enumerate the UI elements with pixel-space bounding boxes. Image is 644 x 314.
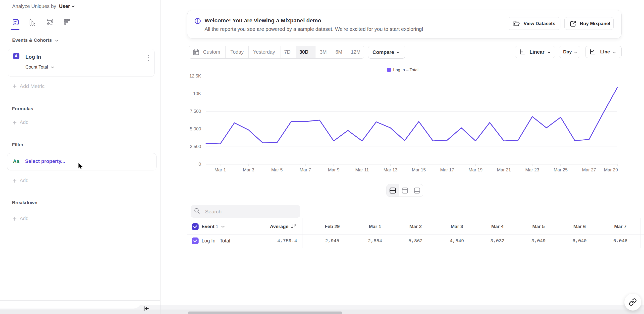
svg-text:10K: 10K [193, 91, 201, 96]
svg-text:Mar 13: Mar 13 [384, 167, 398, 172]
svg-text:12.5K: 12.5K [189, 74, 201, 78]
svg-text:Mar 5: Mar 5 [271, 167, 283, 172]
svg-text:Mar 1: Mar 1 [214, 167, 226, 172]
svg-text:Mar 7: Mar 7 [300, 167, 311, 172]
svg-text:5,000: 5,000 [190, 127, 201, 131]
svg-text:Mar 17: Mar 17 [440, 167, 454, 172]
svg-text:Mar 29: Mar 29 [604, 167, 618, 172]
svg-text:Mar 3: Mar 3 [243, 167, 254, 172]
svg-text:Mar 9: Mar 9 [328, 167, 340, 172]
svg-text:Mar 19: Mar 19 [468, 167, 482, 172]
svg-text:Mar 11: Mar 11 [355, 167, 369, 172]
svg-text:7,500: 7,500 [190, 109, 201, 114]
svg-text:Mar 25: Mar 25 [554, 167, 568, 172]
svg-text:Mar 15: Mar 15 [412, 167, 426, 172]
svg-text:0: 0 [198, 162, 201, 167]
svg-text:Mar 23: Mar 23 [525, 167, 539, 172]
svg-text:Mar 21: Mar 21 [497, 167, 511, 172]
svg-text:Mar 27: Mar 27 [582, 167, 596, 172]
svg-text:2,500: 2,500 [190, 144, 201, 149]
